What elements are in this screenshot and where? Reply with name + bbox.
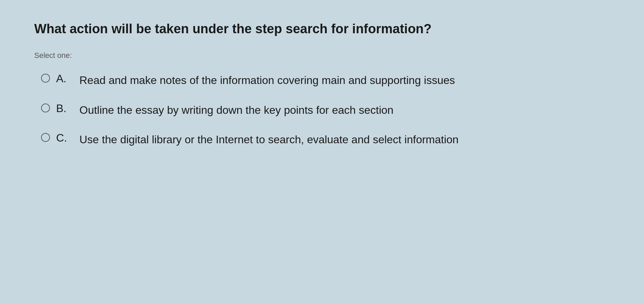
option-text-a: Read and make notes of the information c… — [79, 72, 455, 88]
option-text-b: Outline the essay by writing down the ke… — [79, 102, 394, 118]
radio-button-a[interactable] — [41, 74, 50, 83]
radio-button-c[interactable] — [41, 133, 50, 142]
option-label-a: A. — [56, 72, 73, 85]
radio-wrapper-a — [41, 72, 50, 83]
radio-wrapper-c — [41, 132, 50, 142]
option-row-a[interactable]: A. Read and make notes of the informatio… — [41, 72, 617, 88]
option-text-c: Use the digital library or the Internet … — [79, 132, 459, 147]
page-container: What action will be taken under the step… — [0, 0, 644, 304]
options-container: A. Read and make notes of the informatio… — [34, 72, 617, 147]
option-row-b[interactable]: B. Outline the essay by writing down the… — [41, 102, 617, 118]
radio-button-b[interactable] — [41, 104, 50, 112]
option-label-b: B. — [56, 102, 73, 115]
option-label-c: C. — [56, 132, 73, 144]
radio-wrapper-b — [41, 102, 50, 112]
option-row-c[interactable]: C. Use the digital library or the Intern… — [41, 132, 617, 147]
question-title: What action will be taken under the step… — [34, 21, 513, 37]
select-one-label: Select one: — [34, 51, 617, 60]
